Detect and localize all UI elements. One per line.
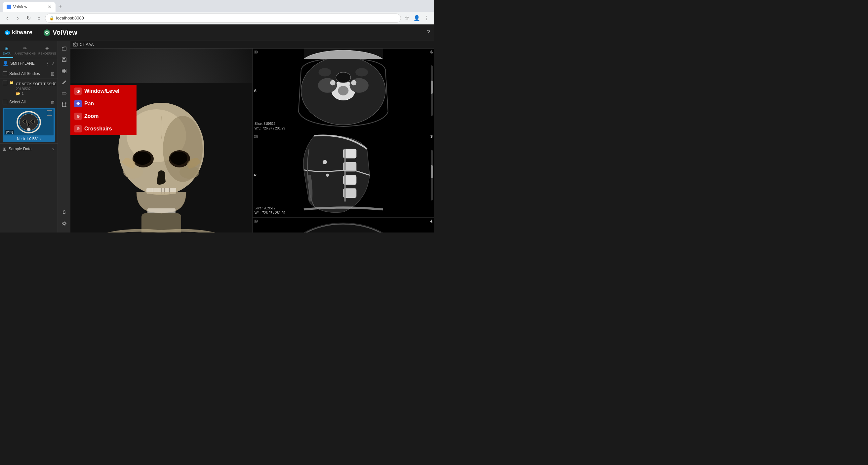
svg-point-89 [255, 220, 256, 222]
vp2-scrollbar[interactable] [431, 150, 433, 200]
lock-icon: 🔒 [49, 16, 54, 21]
svg-rect-15 [64, 69, 66, 71]
svg-point-7 [23, 120, 27, 123]
series-item[interactable]: [295] Neck 1.0 B31s [3, 108, 55, 142]
vp3-orient-top: A [430, 219, 433, 223]
context-menu-window-level[interactable]: ◑ Window/Level [70, 85, 136, 97]
refresh-button[interactable]: ↻ [24, 13, 33, 23]
kitware-logo-icon: K [4, 29, 10, 36]
volview-logo-icon [43, 29, 51, 36]
app-container: K kitware VolView ? ⊞ DATA [0, 25, 434, 232]
address-bar[interactable]: 🔒 localhost:8080 [45, 13, 401, 23]
select-all-series-checkbox[interactable] [3, 100, 7, 104]
browser-tab-volview[interactable]: VolView ✕ [3, 2, 56, 12]
ruler-icon [61, 91, 67, 96]
ruler-button[interactable] [59, 89, 69, 98]
open-folder-button[interactable] [59, 43, 69, 54]
viewport-3d[interactable]: ◑ Window/Level ✥ Pan ⊕ Zoom ⊕ [70, 48, 252, 232]
tab-rendering[interactable]: ◈ RENDERING [37, 43, 58, 58]
crosshairs-label: Crosshairs [84, 126, 112, 132]
study-checkbox[interactable] [3, 80, 7, 85]
patient-collapse-button[interactable]: ∧ [52, 61, 55, 66]
sample-data-expand-icon[interactable]: ∨ [52, 146, 55, 151]
annotations-tab-icon: ✏ [23, 45, 27, 51]
pan-label: Pan [84, 101, 94, 107]
url-text: localhost:8080 [56, 15, 84, 21]
notifications-button[interactable] [59, 207, 69, 217]
layout-button[interactable] [59, 66, 69, 76]
viewport-2d-top[interactable]: S A Slice: 310/512 W/L: 726.97 / 281.29 … [252, 48, 434, 133]
select-all-studies-checkbox[interactable] [3, 71, 7, 76]
study-date: 20120507 [16, 87, 50, 91]
svg-rect-47 [148, 208, 176, 213]
crop-button[interactable] [59, 100, 69, 110]
back-button[interactable]: ‹ [3, 13, 12, 23]
vp2-camera-icon [254, 134, 258, 139]
tab-data[interactable]: ⊞ DATA [0, 43, 13, 58]
svg-point-23 [62, 102, 63, 104]
svg-point-3 [46, 31, 48, 32]
vp1-scrollbar[interactable] [431, 65, 433, 116]
delete-studies-button[interactable]: 🗑 [50, 71, 55, 76]
series-select-box[interactable] [47, 110, 52, 115]
svg-rect-22 [62, 103, 66, 106]
save-icon [61, 57, 67, 62]
forward-button[interactable]: › [13, 13, 23, 23]
viewport-2d-bottom[interactable]: A R Slice: 90/295 W/L: 726.97 / 281.29 ℹ [252, 218, 434, 232]
draw-button[interactable] [59, 77, 69, 87]
toolbar [58, 41, 70, 232]
svg-point-70 [322, 160, 327, 164]
home-button[interactable]: ⌂ [34, 13, 43, 23]
sample-data-label: Sample Data [9, 146, 50, 151]
tab-annotations[interactable]: ✏ ANNOTATIONS [13, 43, 37, 58]
context-menu-crosshairs[interactable]: ⊕ Crosshairs [70, 123, 136, 135]
tab-favicon [7, 5, 11, 9]
study-count: 1 [22, 92, 24, 95]
viewport-2d-middle[interactable]: S R Slice: 262/512 W/L: 726.97 / 281.29 … [252, 133, 434, 218]
new-tab-button[interactable]: + [56, 2, 65, 11]
ct-axial-image [252, 218, 434, 232]
vp1-scrollbar-thumb[interactable] [431, 80, 433, 94]
study-folder-icon: 📁 [9, 80, 14, 85]
rendering-tab-icon: ◈ [45, 45, 49, 51]
study-collapse-button[interactable]: ∧ [52, 80, 55, 85]
series-thumbnail: [295] [4, 109, 54, 135]
nav-right-icons: ☆ 👤 ⋮ [402, 13, 431, 23]
svg-point-38 [170, 152, 187, 165]
bell-icon [61, 210, 67, 215]
bookmark-button[interactable]: ☆ [402, 13, 411, 23]
vp1-wl: W/L: 726.97 / 281.29 [254, 126, 285, 131]
vp2-scrollbar-thumb[interactable] [431, 165, 433, 178]
context-menu-zoom[interactable]: ⊕ Zoom [70, 110, 136, 123]
tab-close-button[interactable]: ✕ [48, 4, 52, 9]
svg-point-28 [63, 223, 65, 225]
svg-text:K: K [6, 32, 8, 35]
svg-point-59 [336, 72, 351, 83]
pan-icon: ✥ [74, 100, 82, 107]
toolbar-bottom [59, 207, 69, 230]
tab-title: VolView [13, 5, 27, 9]
svg-point-71 [326, 174, 329, 177]
delete-series-button[interactable]: 🗑 [50, 99, 55, 105]
open-folder-icon [61, 46, 67, 51]
sample-data-row[interactable]: ⊞ Sample Data ∨ [0, 143, 58, 154]
svg-rect-29 [73, 43, 78, 46]
svg-point-73 [255, 136, 256, 137]
patient-name: SMITH^JANE [10, 61, 43, 66]
kitware-text: kitware [12, 29, 32, 36]
svg-point-64 [255, 52, 256, 53]
menu-button[interactable]: ⋮ [422, 13, 431, 23]
vp1-orient-top: S [430, 50, 433, 54]
ct-sagittal-image [252, 133, 434, 217]
context-menu-pan[interactable]: ✥ Pan [70, 97, 136, 110]
camera-icon-vp3 [254, 219, 258, 223]
window-level-icon: ◑ [74, 88, 82, 95]
save-button[interactable] [59, 55, 69, 65]
zoom-icon: ⊕ [74, 112, 82, 120]
svg-point-56 [350, 78, 369, 93]
profile-button[interactable]: 👤 [412, 13, 422, 23]
help-icon[interactable]: ? [427, 29, 430, 36]
patient-menu-button[interactable]: ⋮ [45, 61, 50, 66]
svg-point-61 [355, 68, 368, 76]
settings-button[interactable] [59, 219, 69, 229]
